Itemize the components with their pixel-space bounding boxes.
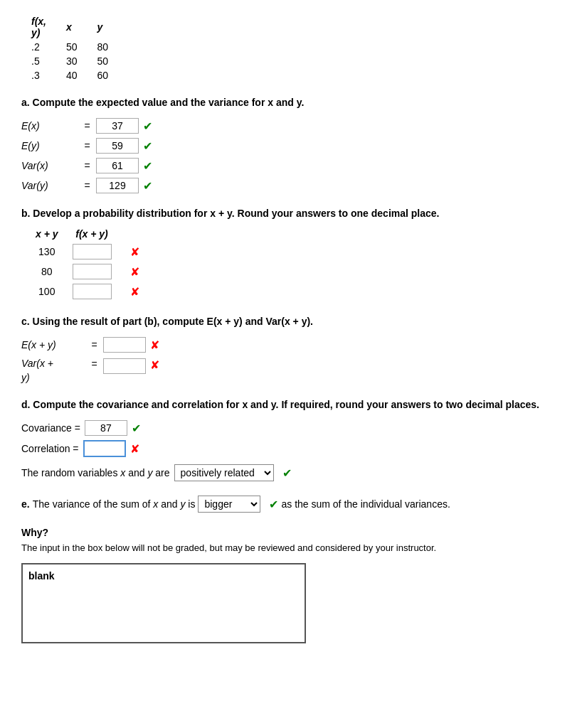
vary-check-icon: ✔ [143,179,152,193]
part-a-letter: a. [21,97,30,108]
variance-sum-dropdown[interactable]: bigger smaller the same [198,496,260,513]
cell-f2: .5 [21,54,56,68]
varx-row: Var(x) = ✔ [21,158,566,173]
covariance-row: Covariance = ✔ [21,420,566,436]
xy-col-header: x + y [28,226,65,242]
part-e-row: e. The variance of the sum of x and y is… [21,496,566,513]
variance-sum-check-icon: ✔ [269,498,278,511]
vary-equals: = [78,180,96,191]
vary-input[interactable] [96,178,139,193]
cell-x2: 30 [56,54,88,68]
part-e-suffix: as the sum of the individual variances. [281,498,450,510]
why-section: Why? The input in the box below will not… [21,527,566,643]
random-vars-dropdown[interactable]: positively related negatively related no… [174,464,274,481]
correlation-x-icon: ✘ [130,442,139,456]
table-row: .3 40 60 [21,68,118,82]
why-note: The input in the box below will not be g… [21,542,566,553]
exy-equals: = [85,339,103,350]
varx-input[interactable] [96,158,139,173]
part-a-label: a. Compute the expected value and the va… [21,97,566,108]
ey-input[interactable] [96,138,139,154]
ey-label: E(y) [21,140,78,151]
exy-label: E(x + y) [21,339,85,350]
part-e-prefix: The variance of the sum of x and y is [33,498,196,510]
xy-val-1: 130 [28,242,65,262]
cell-f3: .3 [21,68,56,82]
part-b-label: b. Develop a probability distribution fo… [21,208,566,219]
vary-row: Var(y) = ✔ [21,178,566,193]
varx-check-icon: ✔ [143,159,152,173]
part-c-label: c. Using the result of part (b), compute… [21,316,566,327]
random-vars-prefix: The random variables x and y are [21,467,170,478]
cell-y1: 80 [88,40,119,54]
fxy-col-header: f(x + y) [65,226,119,242]
status-2: ✘ [119,262,147,282]
part-e-section: e. The variance of the sum of x and y is… [21,496,566,513]
why-textarea-container: blank [21,563,306,643]
part-d-label: d. Compute the covariance and correlatio… [21,399,566,410]
part-e-letter: e. [21,498,30,510]
part-b-description: Develop a probability distribution for x… [33,208,439,219]
ex-row: E(x) = ✔ [21,118,566,134]
varx-label: Var(x) [21,160,78,171]
why-textarea[interactable] [28,584,299,634]
part-c-letter: c. [21,316,30,327]
cell-y2: 50 [88,54,119,68]
random-vars-check-icon: ✔ [282,466,292,480]
xy-val-2: 80 [28,262,65,282]
ex-input[interactable] [96,118,139,134]
part-d-section: d. Compute the covariance and correlatio… [21,399,566,481]
covariance-input[interactable] [85,420,127,436]
probability-table: f(x,y) x y .2 50 80 .5 30 50 .3 40 60 [21,14,118,82]
table-row: .2 50 80 [21,40,118,54]
random-vars-row: The random variables x and y are positiv… [21,464,566,481]
cell-f1: .2 [21,40,56,54]
ey-equals: = [78,140,96,151]
table-row: .5 30 50 [21,54,118,68]
ey-row: E(y) = ✔ [21,138,566,154]
col-y-header: y [88,14,119,40]
varxy-label: Var(x +y) [21,357,85,385]
part-c-description: Using the result of part (b), compute E(… [33,316,313,327]
part-a-section: a. Compute the expected value and the va… [21,97,566,193]
covariance-label: Covariance = [21,422,80,434]
fxy-input-cell-1 [65,242,119,262]
vary-label: Var(y) [21,180,78,191]
why-textarea-label: blank [28,570,299,582]
ex-check-icon: ✔ [143,119,152,133]
fxy-x-icon-3: ✘ [130,286,139,298]
ey-check-icon: ✔ [143,139,152,153]
part-b-table-container: x + y f(x + y) 130 ✘ 80 [28,226,566,301]
varxy-input[interactable] [103,358,146,374]
part-b-section: b. Develop a probability distribution fo… [21,208,566,301]
fxy-input-cell-2 [65,262,119,282]
table-row: 100 ✘ [28,282,147,301]
part-c-section: c. Using the result of part (b), compute… [21,316,566,385]
fxy-input-cell-3 [65,282,119,301]
fxy-input-1[interactable] [73,244,112,259]
cell-y3: 60 [88,68,119,82]
varx-equals: = [78,160,96,171]
col-x-header: x [56,14,88,40]
ex-label: E(x) [21,120,78,132]
cell-x3: 40 [56,68,88,82]
fxy-input-3[interactable] [73,284,112,299]
correlation-row: Correlation = ✘ [21,440,566,457]
fxy-input-2[interactable] [73,264,112,279]
varxy-x-icon: ✘ [150,358,159,372]
ex-equals: = [78,120,96,132]
covariance-check-icon: ✔ [132,422,141,435]
exy-x-icon: ✘ [150,338,159,352]
fxy-x-icon-2: ✘ [130,266,139,278]
part-d-letter: d. [21,399,30,410]
col-fxy-header: f(x,y) [21,14,56,40]
exy-input[interactable] [103,337,146,353]
correlation-input[interactable] [83,440,126,457]
exy-row: E(x + y) = ✘ [21,337,566,353]
why-label: Why? [21,527,566,538]
correlation-label: Correlation = [21,443,79,454]
varxy-row: Var(x +y) = ✘ [21,357,566,385]
fxy-x-icon-1: ✘ [130,246,139,258]
cell-x1: 50 [56,40,88,54]
table-row: 130 ✘ [28,242,147,262]
